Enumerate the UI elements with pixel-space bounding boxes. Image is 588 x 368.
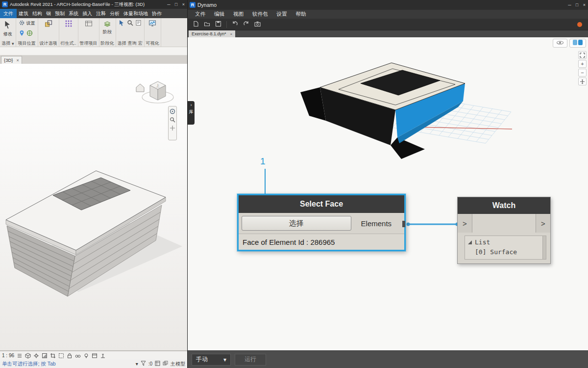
tab-massing-site[interactable]: 体量和场地: [122, 9, 150, 18]
crop-view-icon[interactable]: [50, 353, 56, 359]
show-constraints-icon[interactable]: [100, 353, 106, 359]
active-design-option[interactable]: 主模型: [171, 361, 185, 368]
menu-edit[interactable]: 编辑: [210, 11, 229, 18]
manage-project-panel-label: 管理项目: [80, 40, 98, 47]
menu-view[interactable]: 视图: [229, 11, 248, 18]
maximize-button[interactable]: □: [172, 2, 180, 7]
sun-path-icon[interactable]: [33, 353, 39, 359]
watch-input-port[interactable]: >: [458, 214, 472, 233]
editable-only-icon[interactable]: [155, 361, 160, 367]
pan-tool-icon[interactable]: [170, 125, 175, 131]
macro-tool-label: 宏: [138, 40, 143, 47]
run-button[interactable]: 运行: [235, 354, 266, 366]
undo-icon[interactable]: [232, 20, 238, 29]
home-icon[interactable]: [136, 84, 144, 92]
menu-settings[interactable]: 设置: [272, 11, 292, 18]
tab-structure[interactable]: 结构: [30, 9, 44, 18]
graph-geometry-toggle-button[interactable]: [569, 39, 586, 48]
library-collapsed-tab[interactable]: › 库: [188, 101, 195, 125]
zoom-out-button[interactable]: −: [578, 69, 587, 77]
visual-style-icon[interactable]: [25, 353, 31, 359]
design-options-button[interactable]: [44, 19, 53, 29]
select-face-node[interactable]: Select Face 选择 Elements Face of Element …: [237, 194, 406, 251]
fit-view-button[interactable]: [578, 51, 587, 59]
watch-list-panel[interactable]: List [0] Surface: [465, 236, 546, 260]
manage-project-button[interactable]: [84, 19, 94, 29]
open-file-icon[interactable]: [204, 20, 210, 29]
select-face-status-text: Face of Element Id : 286965: [239, 234, 404, 250]
gear-icon: [19, 20, 25, 27]
view-tab-3d[interactable]: {3D} ×: [1, 56, 22, 64]
tab-collaborate[interactable]: 协作: [150, 9, 164, 18]
menu-help[interactable]: 帮助: [292, 11, 311, 18]
phases-button[interactable]: 阶段: [102, 19, 113, 36]
watch-node[interactable]: Watch > > List [0] Surface: [457, 197, 551, 264]
new-file-icon[interactable]: [193, 20, 199, 29]
close-button[interactable]: ×: [581, 2, 588, 7]
select-face-node-title[interactable]: Select Face: [239, 195, 404, 213]
dynamo-canvas[interactable]: › 库 + − 1 Select Face 选择: [188, 37, 588, 350]
shadows-icon[interactable]: [42, 353, 48, 359]
query-tool-icon[interactable]: [127, 19, 133, 28]
export-image-icon[interactable]: [254, 20, 261, 29]
tab-analyze[interactable]: 分析: [108, 9, 122, 18]
list-expander-icon[interactable]: [468, 240, 472, 244]
zoom-in-button[interactable]: +: [578, 60, 587, 68]
menu-packages[interactable]: 软件包: [248, 11, 272, 18]
watch-list-scrollbar[interactable]: [542, 236, 546, 259]
ribbon-panel-manage-project: 管理项目: [78, 18, 99, 47]
pan-button[interactable]: [578, 78, 587, 85]
dynamo-tab-bar: Exercise-8.1.dyn* ×: [188, 30, 588, 37]
location-pin-icon[interactable]: [19, 30, 25, 37]
visualize-button[interactable]: [147, 19, 157, 29]
watch-output-port[interactable]: >: [536, 214, 550, 233]
redo-icon[interactable]: [243, 20, 249, 29]
minimize-button[interactable]: ─: [566, 2, 573, 7]
close-button[interactable]: ×: [180, 2, 187, 7]
select-face-select-button[interactable]: 选择: [242, 216, 351, 231]
zoom-tool-icon[interactable]: [170, 117, 175, 123]
tab-architecture[interactable]: 建筑: [17, 9, 30, 18]
revit-3d-viewport[interactable]: 上: [0, 64, 187, 351]
temporary-hide-isolate-icon[interactable]: [75, 353, 81, 359]
tab-annotate[interactable]: 注释: [94, 9, 108, 18]
minimize-button[interactable]: ─: [165, 2, 172, 7]
geometry-view-button[interactable]: [553, 39, 567, 48]
design-option-icon[interactable]: [163, 361, 168, 367]
temporary-view-properties-icon[interactable]: [92, 353, 98, 359]
elements-output-port[interactable]: [402, 221, 405, 227]
run-mode-dropdown[interactable]: 手动 ▾: [192, 354, 231, 366]
view-tab-close-icon[interactable]: ×: [17, 58, 19, 63]
watch-node-title[interactable]: Watch: [458, 197, 550, 214]
scale-control[interactable]: 1 : 96: [2, 353, 14, 358]
notification-icon[interactable]: [577, 22, 582, 27]
menu-file[interactable]: 文件: [191, 11, 210, 18]
workspace-tab[interactable]: Exercise-8.1.dyn* ×: [189, 30, 235, 37]
macro-tool-icon[interactable]: [135, 19, 142, 28]
modify-button[interactable]: 修改: [2, 19, 14, 38]
revit-window-title: Autodesk Revit 2021 - ARCH-Selecting-Bas…: [10, 1, 165, 8]
navigation-bar[interactable]: [168, 106, 177, 140]
coordinates-icon[interactable]: [26, 30, 33, 37]
maximize-button[interactable]: □: [573, 2, 581, 7]
select-panel-label[interactable]: 选择 ▾: [1, 40, 14, 47]
steering-wheel-icon[interactable]: [170, 108, 175, 114]
generative-design-button[interactable]: [64, 19, 74, 29]
elements-output-port-label[interactable]: Elements: [351, 219, 401, 228]
chevron-down-icon[interactable]: ▾: [136, 361, 138, 367]
show-crop-region-icon[interactable]: [58, 353, 64, 359]
lock-3d-view-icon[interactable]: [67, 353, 73, 359]
tab-steel[interactable]: 钢: [44, 9, 53, 18]
tab-insert[interactable]: 插入: [80, 9, 94, 18]
save-icon[interactable]: [215, 20, 221, 29]
dynamo-run-bar: 手动 ▾ 运行: [188, 350, 588, 368]
tab-file[interactable]: 文件: [0, 9, 17, 18]
detail-level-icon[interactable]: [17, 353, 23, 359]
settings-button[interactable]: 设置: [18, 19, 36, 27]
filter-icon[interactable]: [141, 361, 146, 367]
tab-systems[interactable]: 系统: [67, 9, 80, 18]
reveal-hidden-elements-icon[interactable]: [83, 353, 89, 359]
workspace-tab-close-icon[interactable]: ×: [230, 32, 233, 36]
tab-precast[interactable]: 预制: [53, 9, 67, 18]
select-tool-icon[interactable]: [119, 19, 125, 28]
